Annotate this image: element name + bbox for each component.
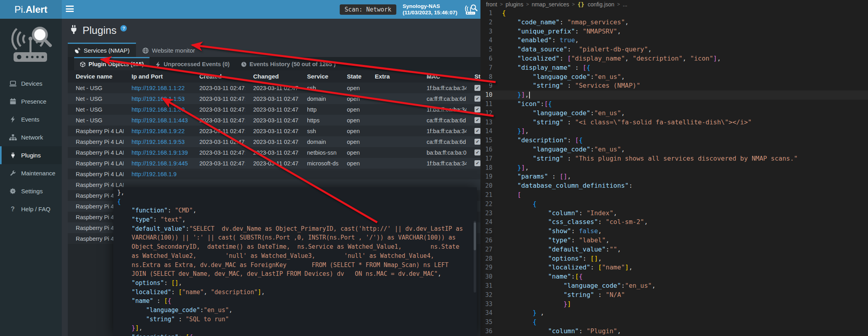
cell-state: open <box>339 83 367 93</box>
line-number: 26 <box>480 236 499 245</box>
line-number: 17 <box>480 154 499 163</box>
cell-extra <box>367 147 419 158</box>
line-number: 33 <box>480 300 499 309</box>
ip-port-link[interactable]: http://192.168.1.9:139 <box>132 149 188 156</box>
scanner-icon <box>464 4 478 16</box>
tab-unprocessed-events-0[interactable]: Unprocessed Events (0) <box>150 57 235 70</box>
sidebar-item-help-faq[interactable]: ?Help / FAQ <box>0 200 62 218</box>
column-header-changed[interactable]: Changed <box>245 70 299 83</box>
cell-status: ✔ <box>466 104 480 115</box>
code-line: "name" : [{ <box>117 297 477 306</box>
cell-service: netbios-ssn <box>299 147 339 158</box>
cell-device-name: Raspberry Pi 4 LAN <box>68 126 124 136</box>
tab-events-history-50-out-of-1265[interactable]: Events History (50 out of 1265 ) <box>235 57 341 70</box>
sidebar-item-presence[interactable]: Presence <box>0 92 62 110</box>
overlay-scrollbar[interactable] <box>474 221 476 293</box>
ip-port-link[interactable]: http://192.168.1.1:53 <box>132 96 185 102</box>
status-checkbox[interactable]: ✔ <box>474 139 480 145</box>
cell-device-name: Net - USG <box>68 104 124 115</box>
column-header-mac[interactable]: MAC <box>419 70 466 83</box>
cell-ip-port: http://192.168.1.1:443 <box>124 115 191 126</box>
cell-changed <box>245 169 299 179</box>
column-header-ip-and-port[interactable]: Ip and Port <box>124 70 191 83</box>
table-row: Raspberry Pi 4 LANhttp://192.168.1.9:139… <box>68 147 480 158</box>
sql-param-editor[interactable]: },{ "function": "CMD", "type": "text", "… <box>113 187 477 336</box>
bolt-icon <box>155 61 161 67</box>
ip-port-link[interactable]: http://192.168.1.1:22 <box>132 85 185 91</box>
sidebar-item-plugins[interactable]: Plugins <box>0 146 62 164</box>
ip-port-link[interactable]: http://192.168.1.1:80 <box>132 106 185 113</box>
code-line: 28 "options": [], <box>480 254 868 263</box>
status-checkbox[interactable]: ✔ <box>474 96 480 102</box>
column-header-state[interactable]: State <box>339 70 367 83</box>
code-line: "type": "text", <box>117 215 477 224</box>
sidebar-item-label: Network <box>21 134 43 141</box>
code-line: "function": "CMD", <box>117 206 477 215</box>
code-line: 1{ <box>480 9 868 18</box>
code-line: 24 "css_classes": "col-sm-2", <box>480 218 868 227</box>
cell-changed: 2023-03-11 02:47:20 <box>245 147 299 158</box>
cell-mac: 1f:ba:ff:ca:ba:34 <box>419 158 466 169</box>
help-badge[interactable]: ? <box>120 25 127 31</box>
status-checkbox[interactable]: ✔ <box>474 128 480 134</box>
editor-code-area[interactable]: 1{2 "code_name": "nmap_services",3 "uniq… <box>480 9 868 336</box>
line-number: 9 <box>480 81 499 90</box>
sidebar-item-network[interactable]: Network <box>0 128 62 146</box>
column-header-created[interactable]: Created <box>191 70 245 83</box>
sidebar-item-maintenance[interactable]: Maintenance <box>0 164 62 182</box>
ip-port-link[interactable]: http://192.168.1.9:53 <box>132 139 185 145</box>
ip-port-link[interactable]: http://192.168.1.9:22 <box>132 128 185 134</box>
code-line: 13 "string" : "<i class=\"fa-solid fa-sa… <box>480 118 868 127</box>
tab-website-monitor[interactable]: Website monitor <box>136 43 201 57</box>
code-line: 16 "language_code":"en_us", <box>480 145 868 154</box>
brand-logo[interactable]: Pi.Alert <box>0 0 62 19</box>
tab-services-nmap[interactable]: Services (NMAP) <box>68 43 136 57</box>
column-header-device-name[interactable]: Device name <box>68 70 124 83</box>
line-number: 6 <box>480 54 499 63</box>
sidebar-item-settings[interactable]: Settings <box>0 182 62 200</box>
status-checkbox[interactable]: ✔ <box>474 117 480 123</box>
ip-port-link[interactable]: http://192.168.1.1:443 <box>132 117 188 124</box>
line-number: 29 <box>480 263 499 272</box>
column-header-status[interactable]: Status <box>466 70 480 83</box>
column-header-service[interactable]: Service <box>299 70 339 83</box>
cell-ip-port: http://192.168.1.9:53 <box>124 136 191 147</box>
ip-port-link[interactable]: http://192.168.1.9:445 <box>132 160 188 167</box>
line-number: 35 <box>480 318 499 327</box>
cell-created: 2023-03-11 02:47:20 <box>191 83 245 93</box>
cell-changed: 2023-03-11 02:47:20 <box>245 104 299 115</box>
sidebar-item-events[interactable]: Events <box>0 110 62 128</box>
table-row: Net - USGhttp://192.168.1.1:4432023-03-1… <box>68 115 480 126</box>
status-checkbox[interactable]: ✔ <box>474 149 480 155</box>
cell-extra <box>367 83 419 93</box>
cell-service: microsoft-ds <box>299 158 339 169</box>
page-title: Plugins <box>83 24 116 36</box>
question-icon: ? <box>9 205 17 213</box>
menu-icon[interactable] <box>66 6 75 13</box>
code-line: Object_SecondaryID, datetime() as DateTi… <box>117 242 477 252</box>
cell-status: ✔ <box>466 136 480 147</box>
sidebar-item-label: Maintenance <box>21 170 55 177</box>
breadcrumb-item[interactable]: ... <box>623 1 628 8</box>
status-checkbox[interactable]: ✔ <box>474 160 480 166</box>
tab-plugin-objects-115[interactable]: Plugin Objects (115) <box>74 57 150 70</box>
sidebar-item-devices[interactable]: Devices <box>0 75 62 92</box>
status-checkbox[interactable]: ✔ <box>474 85 480 91</box>
line-number: 2 <box>480 18 499 27</box>
breadcrumb-item[interactable]: nmap_services <box>531 1 569 8</box>
breadcrumb-item[interactable]: front <box>486 1 497 8</box>
code-line: 27 "default_value":"", <box>480 245 868 254</box>
code-line: 14 }], <box>480 127 868 136</box>
line-number: 8 <box>480 73 499 82</box>
line-number: 34 <box>480 308 499 318</box>
column-header-extra[interactable]: Extra <box>367 70 419 83</box>
sidebar: DevicesPresenceEventsNetworkPluginsMaint… <box>0 19 62 336</box>
line-number: 25 <box>480 227 499 236</box>
breadcrumb-item[interactable]: {} config.json <box>578 1 614 8</box>
ip-port-link[interactable]: http://192.168.1.9 <box>132 171 177 177</box>
status-checkbox[interactable]: ✔ <box>474 106 480 112</box>
sidebar-menu: DevicesPresenceEventsNetworkPluginsMaint… <box>0 75 62 218</box>
cell-state: open <box>339 136 367 147</box>
breadcrumb-item[interactable]: plugins <box>506 1 523 8</box>
sidebar-item-label: Events <box>21 116 39 123</box>
